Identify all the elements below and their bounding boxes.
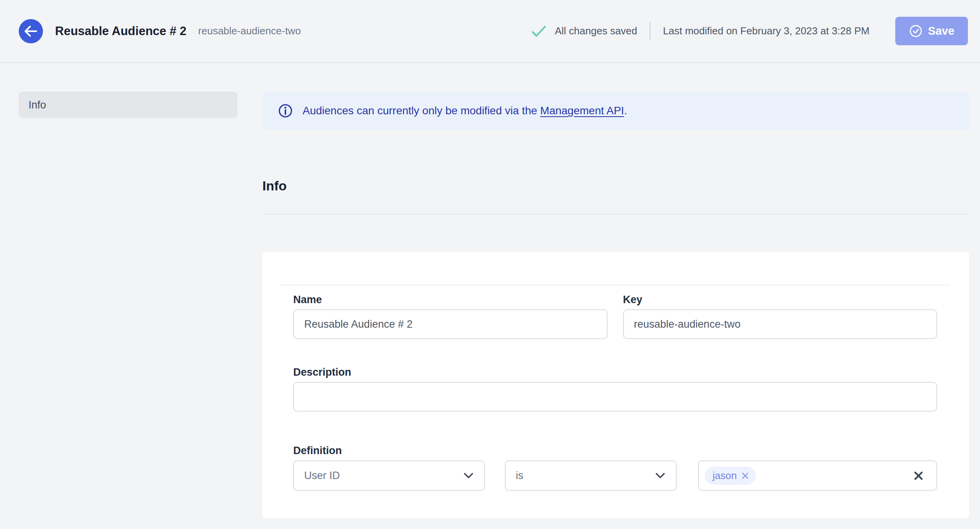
name-key-row: Name Key <box>293 294 937 339</box>
definition-row: User ID is <box>293 460 937 491</box>
section-divider <box>262 214 969 215</box>
header: Reusable Audience # 2 reusable-audience-… <box>0 0 980 63</box>
content: Audiences can currently only be modified… <box>262 92 969 518</box>
name-input[interactable] <box>293 309 608 339</box>
banner-text: Audiences can currently only be modified… <box>303 105 627 117</box>
key-field: Key <box>623 294 937 339</box>
last-modified-text: Last modified on February 3, 2023 at 3:2… <box>663 25 870 37</box>
operator-select-value: is <box>516 470 524 482</box>
save-button-label: Save <box>928 25 955 37</box>
definition-field: Definition User ID is <box>293 445 937 491</box>
clear-values-button[interactable] <box>911 468 926 483</box>
circle-check-icon <box>909 24 923 38</box>
info-card: Name Key Description Definition <box>262 252 969 518</box>
description-field: Description <box>293 366 937 412</box>
page-subtitle: reusable-audience-two <box>198 25 301 37</box>
definition-label: Definition <box>293 445 937 457</box>
status-text: All changes saved <box>555 25 637 37</box>
attribute-select-value: User ID <box>304 470 340 482</box>
sidebar: Info <box>19 92 237 518</box>
x-icon <box>913 470 924 481</box>
check-icon <box>531 25 546 37</box>
description-input[interactable] <box>293 382 937 412</box>
attribute-select[interactable]: User ID <box>293 460 485 491</box>
back-button[interactable] <box>19 19 43 43</box>
description-field-label: Description <box>293 366 937 378</box>
name-field: Name <box>293 294 608 339</box>
chevron-down-icon <box>464 473 473 478</box>
card-divider <box>280 252 950 286</box>
section-heading-info: Info <box>262 178 969 193</box>
tag-remove-x-icon[interactable] <box>741 472 749 480</box>
sidebar-item-info[interactable]: Info <box>19 92 237 118</box>
save-status: All changes saved Last modified on Febru… <box>531 17 968 45</box>
chevron-down-icon <box>656 473 665 478</box>
sidebar-item-label: Info <box>29 99 46 111</box>
operator-select[interactable]: is <box>505 460 677 491</box>
main-area: Info Audiences can currently only be mod… <box>0 63 980 518</box>
banner-text-after: . <box>624 105 627 117</box>
header-divider <box>650 22 650 40</box>
name-field-label: Name <box>293 294 608 306</box>
info-circle-icon <box>278 103 293 118</box>
value-tag: jason <box>705 467 756 485</box>
management-api-link[interactable]: Management API <box>540 105 624 117</box>
info-form: Name Key Description Definition <box>262 294 969 491</box>
banner-text-before: Audiences can currently only be modified… <box>303 105 540 117</box>
arrow-left-icon <box>24 25 38 37</box>
info-banner: Audiences can currently only be modified… <box>262 92 969 130</box>
page-title: Reusable Audience # 2 <box>55 24 187 38</box>
value-tag-label: jason <box>713 470 737 482</box>
save-button[interactable]: Save <box>895 17 968 45</box>
key-input[interactable] <box>623 309 937 339</box>
value-input[interactable]: jason <box>698 460 937 491</box>
key-field-label: Key <box>623 294 937 306</box>
